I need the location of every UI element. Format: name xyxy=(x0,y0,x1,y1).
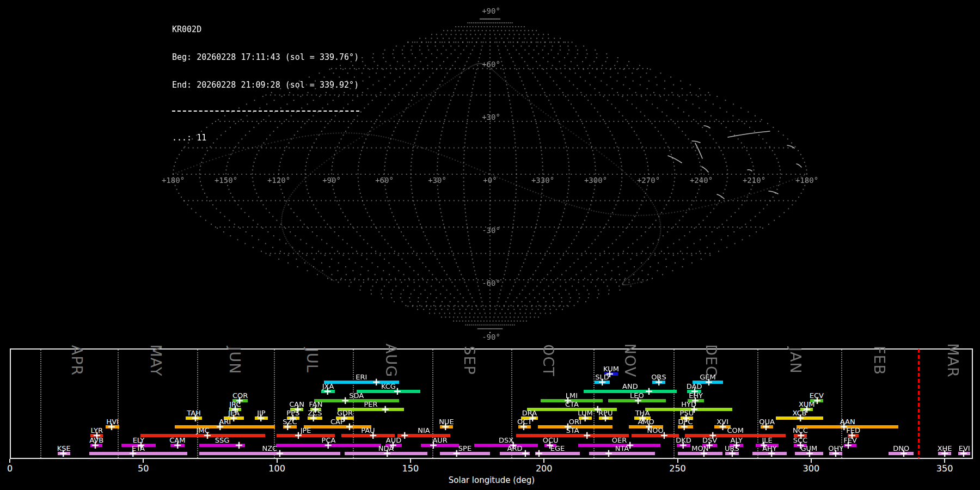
shower-label: OER xyxy=(612,436,627,444)
shower-peak-marker: + xyxy=(216,421,224,432)
shower-peak-marker: + xyxy=(645,386,653,396)
month-label: DEC xyxy=(703,344,720,377)
current-sol-line xyxy=(918,349,920,458)
map-lon-label: +90° xyxy=(322,176,341,185)
shower-peak-marker: + xyxy=(309,413,318,423)
shower-peak-marker: + xyxy=(203,430,212,440)
month-label: APR xyxy=(69,345,85,376)
axis-tick-label: 50 xyxy=(138,463,149,474)
axis-tick-label: 350 xyxy=(936,463,953,474)
map-lon-label: +210° xyxy=(743,176,765,185)
map-lon-label: +180° xyxy=(795,176,818,185)
map-dec-label: +60° xyxy=(482,60,500,69)
map-lon-label: +330° xyxy=(531,176,554,185)
map-lon-label: +0° xyxy=(483,176,497,185)
shower-peak-marker: + xyxy=(767,448,776,458)
map-lon-label: +180° xyxy=(162,176,185,185)
shower-peak-marker: + xyxy=(341,395,350,406)
shower-peak-marker: + xyxy=(294,430,303,440)
axis-tick xyxy=(543,459,544,463)
shower-peak-marker: + xyxy=(831,448,840,458)
map-dec-label: -30° xyxy=(482,226,500,235)
month-boundary-line xyxy=(353,350,354,458)
map-lon-label: +30° xyxy=(428,176,446,185)
end-time: End: 20260228 21:09:28 (sol = 339.92°) xyxy=(172,81,359,90)
shower-peak-marker: + xyxy=(634,395,642,406)
shower-peak-marker: + xyxy=(959,448,968,458)
station-id: KR002D xyxy=(172,25,359,34)
x-axis-title: Solar longitude (deg) xyxy=(449,475,535,485)
shower-label: PER xyxy=(364,400,377,408)
shower-peak-marker: + xyxy=(107,421,116,432)
map-dec-label: -90° xyxy=(482,333,500,341)
month-boundary-line xyxy=(274,350,275,458)
axis-tick xyxy=(811,459,812,463)
shower-peak-marker: + xyxy=(323,386,332,396)
shower-peak-marker: + xyxy=(705,377,713,387)
shower-label: SSG xyxy=(215,436,230,444)
shower-peak-marker: + xyxy=(372,377,381,387)
shower-peak-marker: + xyxy=(381,404,390,414)
shower-peak-marker: + xyxy=(581,413,590,423)
axis-tick-label: 0 xyxy=(7,463,13,474)
shower-peak-marker: + xyxy=(91,440,100,450)
shower-peak-marker: + xyxy=(452,448,461,458)
month-boundary-line xyxy=(673,350,675,458)
shower-peak-marker: + xyxy=(256,413,265,423)
shower-peak-marker: + xyxy=(844,440,853,450)
header-separator xyxy=(172,111,359,112)
month-label: MAR xyxy=(945,343,961,378)
shower-label: CAP xyxy=(330,418,345,426)
shower-peak-marker: + xyxy=(191,413,200,423)
shower-peak-marker: + xyxy=(899,448,908,458)
shower-peak-marker: + xyxy=(519,421,528,432)
map-dec-label: -60° xyxy=(482,279,500,287)
shower-peak-marker: + xyxy=(700,448,708,458)
axis-tick xyxy=(410,459,411,463)
shower-peak-marker: + xyxy=(535,448,543,458)
shower-peak-marker: + xyxy=(583,430,591,440)
shower-peak-marker: + xyxy=(604,448,613,458)
shower-peak-marker: + xyxy=(940,448,949,458)
axis-tick-label: 250 xyxy=(669,463,686,474)
shower-label: ERI xyxy=(356,373,367,381)
meteor-count: ...: 11 xyxy=(172,133,359,143)
month-label: MAY xyxy=(148,344,164,376)
shower-peak-marker: + xyxy=(173,440,182,450)
shower-peak-marker: + xyxy=(679,440,688,450)
shower-peak-marker: + xyxy=(521,448,530,458)
shower-peak-marker: + xyxy=(59,448,68,458)
axis-tick xyxy=(277,459,278,463)
shower-peak-marker: + xyxy=(283,421,292,432)
shower-peak-marker: + xyxy=(718,421,727,432)
shower-peak-marker: + xyxy=(324,440,333,450)
shower-peak-marker: + xyxy=(660,430,669,440)
map-lon-label: +120° xyxy=(267,176,290,185)
observation-header: KR002D Beg: 20260228 17:11:43 (sol = 339… xyxy=(172,7,359,152)
axis-tick-label: 300 xyxy=(803,463,820,474)
shower-label: AND xyxy=(622,382,638,390)
month-boundary-line xyxy=(757,350,758,458)
shower-peak-marker: + xyxy=(601,413,610,423)
axis-tick-label: 100 xyxy=(268,463,285,474)
month-label: JAN xyxy=(787,347,804,373)
shower-label: NIA xyxy=(418,426,430,434)
map-lon-label: +60° xyxy=(375,176,394,185)
month-label: SEP xyxy=(461,346,478,375)
axis-tick xyxy=(677,459,678,463)
shower-label: EGE xyxy=(550,444,565,452)
map-lon-label: +240° xyxy=(690,176,713,185)
month-boundary-line xyxy=(118,350,119,458)
month-label: NOV xyxy=(622,344,639,377)
shower-peak-marker: + xyxy=(728,448,737,458)
shower-peak-marker: + xyxy=(235,440,243,450)
month-label: FEB xyxy=(871,346,888,375)
shower-peak-marker: + xyxy=(796,413,805,423)
shower-peak-marker: + xyxy=(441,421,450,432)
shower-label: CTA xyxy=(565,400,579,408)
month-boundary-line xyxy=(40,350,41,458)
month-label: JUL xyxy=(304,348,321,373)
map-dec-label: +30° xyxy=(482,113,500,121)
map-dec-label: +90° xyxy=(482,7,500,15)
month-label: OCT xyxy=(540,344,557,377)
